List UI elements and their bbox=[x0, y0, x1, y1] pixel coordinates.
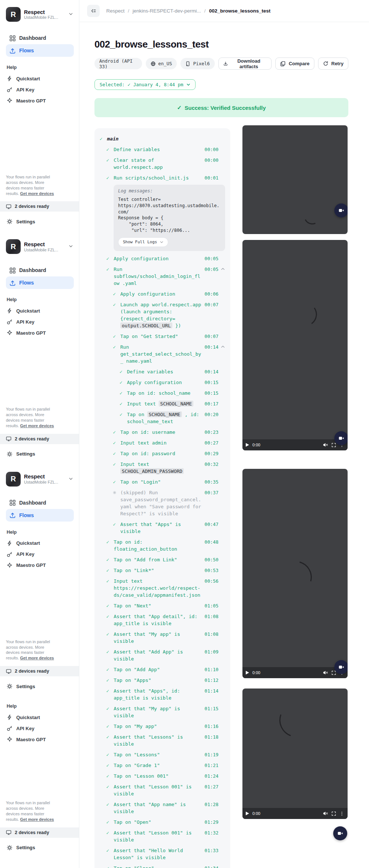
step-row[interactable]: ✓Assert that "Add App" is visible01:09 bbox=[100, 646, 225, 664]
step-row[interactable]: ✓Launch app world.respect.app (launch ar… bbox=[100, 299, 225, 331]
video-player[interactable]: 0:00 bbox=[242, 689, 348, 819]
sidebar-item-api-key[interactable]: API Key bbox=[6, 549, 74, 560]
chevron-down-icon[interactable] bbox=[69, 243, 73, 250]
step-row[interactable]: ✓Input text admin00:27 bbox=[100, 438, 225, 448]
collapse-step-icon[interactable] bbox=[218, 344, 225, 349]
get-more-devices-link[interactable]: Get more devices bbox=[20, 656, 54, 660]
step-row[interactable]: ✓Clear state of world.respect.app00:00 bbox=[100, 155, 225, 172]
sidebar-item-maestro-gpt[interactable]: Maestro GPT bbox=[6, 560, 74, 571]
workspace-switcher[interactable]: RRespectUstadMobile FZL... bbox=[6, 239, 74, 254]
video-player[interactable] bbox=[242, 125, 348, 234]
sidebar-item-settings[interactable]: Settings bbox=[6, 681, 74, 691]
sidebar-item-settings[interactable]: Settings bbox=[6, 843, 74, 853]
step-row[interactable]: ✓Tap on "My app"01:16 bbox=[100, 721, 225, 732]
sidebar-item-settings[interactable]: Settings bbox=[6, 217, 74, 226]
sidebar-item-maestro-gpt[interactable]: Maestro GPT bbox=[6, 327, 74, 338]
chevron-down-icon[interactable] bbox=[69, 11, 73, 18]
step-row[interactable]: ✓Tap on "Open"01:29 bbox=[100, 817, 225, 827]
devices-ready-row[interactable]: 2 devices ready bbox=[0, 666, 79, 676]
step-row[interactable]: ✓Input text SCHOOL_NAME00:17 bbox=[100, 398, 225, 409]
workspace-switcher[interactable]: RRespectUstadMobile FZL... bbox=[6, 471, 74, 487]
step-row[interactable]: ✓Tap on "Next"01:05 bbox=[100, 600, 225, 611]
sidebar-item-api-key[interactable]: API Key bbox=[6, 723, 74, 734]
play-button[interactable] bbox=[246, 812, 249, 815]
step-row[interactable]: ✓Tap on "Close"01:34 bbox=[100, 863, 225, 868]
collapse-step-icon[interactable] bbox=[218, 266, 225, 271]
step-row[interactable]: ✓Apply configuration00:15 bbox=[100, 377, 225, 388]
step-row[interactable]: ✓Apply configuration00:06 bbox=[100, 289, 225, 299]
button-retry[interactable]: Retry bbox=[318, 57, 348, 70]
mute-button[interactable] bbox=[323, 811, 328, 816]
screen-recording-button[interactable] bbox=[333, 826, 347, 840]
sidebar-item-dashboard[interactable]: Dashboard bbox=[6, 32, 74, 44]
step-row[interactable]: ✓Tap on id: password00:29 bbox=[100, 448, 225, 459]
fullscreen-button[interactable] bbox=[331, 443, 336, 447]
sidebar-item-api-key[interactable]: API Key bbox=[6, 84, 74, 95]
sidebar-item-flows[interactable]: Flows bbox=[6, 44, 74, 57]
show-full-logs-button[interactable]: Show Full Logs bbox=[118, 237, 168, 247]
breadcrumb-run[interactable]: jenkins-RESPECT-dev-permi... bbox=[132, 8, 201, 14]
step-row[interactable]: ✓Tap on "Get Started"00:07 bbox=[100, 331, 225, 342]
step-row[interactable]: ✓Assert that "App name" is visible01:28 bbox=[100, 799, 225, 817]
step-row[interactable]: ✓Assert that "Apps" is visible00:47 bbox=[100, 519, 225, 537]
fullscreen-button[interactable] bbox=[331, 811, 336, 816]
step-row[interactable]: ✓Assert that "Lesson 001" is visible01:2… bbox=[100, 781, 225, 799]
sidebar-item-api-key[interactable]: API Key bbox=[6, 316, 74, 327]
workspace-switcher[interactable]: RRespectUstadMobile FZL... bbox=[6, 7, 74, 22]
step-row[interactable]: ✓Assert that "Lessons" is visible01:18 bbox=[100, 732, 225, 749]
step-row[interactable]: ✓Assert that "My app" is visible01:15 bbox=[100, 703, 225, 721]
step-row[interactable]: ✓Tap on "Apps"01:12 bbox=[100, 675, 225, 686]
sidebar-item-quickstart[interactable]: Quickstart bbox=[6, 73, 74, 84]
step-row[interactable]: ✓Assert that "Hello World Lesson" is vis… bbox=[100, 845, 225, 863]
step-row[interactable]: ✓Assert that "Apps", id: app_title is vi… bbox=[100, 686, 225, 703]
devices-ready-row[interactable]: 2 devices ready bbox=[0, 201, 79, 212]
sidebar-item-dashboard[interactable]: Dashboard bbox=[6, 264, 74, 276]
screen-recording-button[interactable] bbox=[334, 203, 348, 217]
step-row[interactable]: ✓Tap on "Add from Link"00:50 bbox=[100, 554, 225, 565]
sidebar-item-maestro-gpt[interactable]: Maestro GPT bbox=[6, 734, 74, 745]
sidebar-item-dashboard[interactable]: Dashboard bbox=[6, 496, 74, 509]
get-more-devices-link[interactable]: Get more devices bbox=[20, 191, 54, 196]
sidebar-item-quickstart[interactable]: Quickstart bbox=[6, 305, 74, 316]
step-row[interactable]: ✓Assert that "App detail", id: app_title… bbox=[100, 611, 225, 629]
video-player[interactable]: 0:00 bbox=[242, 469, 348, 678]
step-row[interactable]: ✓Tap on id: floating_action_button00:48 bbox=[100, 537, 225, 554]
devices-ready-row[interactable]: 2 devices ready bbox=[0, 827, 79, 838]
step-row[interactable]: ✓Tap on "Login"00:35 bbox=[100, 477, 225, 487]
sidebar-item-flows[interactable]: Flows bbox=[6, 276, 74, 289]
breadcrumb-project[interactable]: Respect bbox=[106, 8, 125, 14]
step-row[interactable]: ✓Tap on "Link*"00:53 bbox=[100, 565, 225, 576]
play-button[interactable] bbox=[246, 443, 249, 447]
sidebar-item-flows[interactable]: Flows bbox=[6, 509, 74, 522]
get-more-devices-link[interactable]: Get more devices bbox=[20, 423, 54, 428]
chevron-down-icon[interactable] bbox=[69, 476, 73, 482]
collapse-sidebar-button[interactable] bbox=[87, 5, 100, 17]
step-row[interactable]: (skipped) Run save_password_prompt_cance… bbox=[100, 487, 225, 519]
step-row[interactable]: ✓Run get_started_select_school_by_ name.… bbox=[100, 342, 225, 366]
step-row[interactable]: ✓Assert that "Lesson 001" is visible01:3… bbox=[100, 827, 225, 845]
step-row[interactable]: ✓Tap on "Lesson 001"01:24 bbox=[100, 771, 225, 781]
sidebar-item-maestro-gpt[interactable]: Maestro GPT bbox=[6, 95, 74, 106]
selected-run-dropdown[interactable]: Selected: ✓ January 4, 8:44 pm bbox=[94, 79, 196, 90]
step-row[interactable]: ✓Tap on id: username00:23 bbox=[100, 427, 225, 438]
step-row[interactable]: ✓Input text SCHOOL_ADMIN_PASSWORD00:32 bbox=[100, 459, 225, 477]
get-more-devices-link[interactable]: Get more devices bbox=[20, 817, 54, 822]
sidebar-item-quickstart[interactable]: Quickstart bbox=[6, 538, 74, 549]
sidebar-item-settings[interactable]: Settings bbox=[6, 449, 74, 459]
step-row[interactable]: ✓Run scripts/school_init.js00:01 bbox=[100, 172, 225, 183]
step-row[interactable]: ✓Apply configuration00:05 bbox=[100, 253, 225, 264]
step-row[interactable]: ✓Define variables00:14 bbox=[100, 366, 225, 377]
step-row[interactable]: ✓Input text https://respect.world/respec… bbox=[100, 576, 225, 600]
screen-recording-button[interactable] bbox=[334, 660, 348, 674]
button-compare[interactable]: Compare bbox=[275, 57, 314, 70]
step-row[interactable]: ✓Assert that "My app" is visible01:08 bbox=[100, 629, 225, 646]
step-row[interactable]: ✓Tap on id: school_name00:15 bbox=[100, 388, 225, 398]
step-row[interactable]: ✓main bbox=[100, 133, 225, 144]
step-row[interactable]: ✓Run subflows/school_admin_login_flow .y… bbox=[100, 264, 225, 289]
sidebar-item-quickstart[interactable]: Quickstart bbox=[6, 712, 74, 723]
kebab-menu-button[interactable] bbox=[339, 811, 344, 816]
screen-recording-button[interactable] bbox=[334, 431, 348, 445]
button-download-artifacts[interactable]: Download artifacts bbox=[218, 57, 272, 70]
step-row[interactable]: ✓Tap on "Add App"01:10 bbox=[100, 664, 225, 675]
step-row[interactable]: ✓Define variables00:00 bbox=[100, 144, 225, 155]
